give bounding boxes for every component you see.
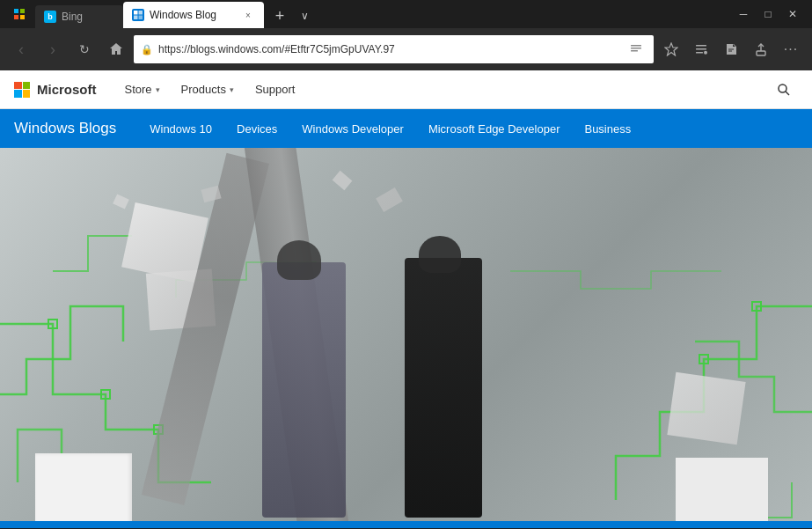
tab-bing-label: Bing (62, 11, 83, 23)
back-button[interactable]: ‹ (7, 35, 35, 63)
svg-line-20 (786, 92, 789, 95)
ms-logo-grid (14, 82, 30, 98)
windows-blog-favicon (132, 9, 144, 21)
svg-rect-13 (696, 48, 706, 50)
svg-marker-11 (665, 43, 677, 55)
nav-business[interactable]: Business (572, 109, 643, 148)
tab-overflow-button[interactable]: ∨ (292, 4, 317, 28)
url-display: https://blogs.windows.com/#Etftr7C5jmGpU… (158, 43, 620, 55)
svg-rect-12 (696, 45, 706, 47)
svg-rect-3 (20, 15, 25, 19)
svg-point-15 (704, 51, 707, 55)
svg-rect-1 (20, 9, 25, 13)
products-chevron: ▾ (230, 85, 234, 94)
microsoft-logo[interactable]: Microsoft (14, 82, 97, 98)
share-button[interactable] (747, 35, 775, 63)
nav-windows10[interactable]: Windows 10 (137, 109, 224, 148)
hero-image (0, 148, 812, 528)
windows-developer-label: Windows Developer (302, 122, 404, 136)
favorites-button[interactable] (657, 35, 685, 63)
pedestal-right (676, 458, 768, 528)
svg-rect-4 (134, 11, 138, 15)
microsoft-nav: Microsoft Store ▾ Products ▾ Support (0, 70, 812, 109)
pedestal-left (35, 453, 132, 528)
search-button[interactable] (770, 76, 798, 104)
blogs-title[interactable]: Windows Blogs (14, 120, 116, 137)
more-button[interactable]: ··· (777, 35, 805, 63)
new-tab-button[interactable]: + (267, 4, 292, 28)
svg-rect-14 (696, 52, 703, 54)
hub-button[interactable] (687, 35, 715, 63)
tab-windows-blog-label: Windows Blog (150, 9, 216, 21)
address-field[interactable]: 🔒 https://blogs.windows.com/#Etftr7C5jmG… (134, 35, 654, 63)
address-bar-row: ‹ › ↻ 🔒 https://blogs.windows.com/#Etftr… (0, 28, 812, 70)
nav-windows-developer[interactable]: Windows Developer (289, 109, 416, 148)
svg-rect-6 (134, 16, 138, 20)
bing-favicon: b (44, 11, 56, 23)
windows-blogs-nav: Windows Blogs Windows 10 Devices Windows… (0, 109, 812, 148)
home-button[interactable] (102, 35, 130, 63)
tab-bar: b Bing Windows Blog × + ∨ (35, 0, 721, 28)
person-right (405, 258, 482, 518)
support-label: Support (255, 83, 296, 96)
person-left (262, 262, 346, 518)
nav-products[interactable]: Products ▾ (171, 70, 245, 109)
svg-rect-7 (139, 16, 143, 20)
svg-rect-9 (631, 48, 641, 49)
toolbar-buttons: ··· (657, 35, 805, 63)
window-icon (7, 2, 32, 26)
tab-windows-blog[interactable]: Windows Blog × (123, 2, 264, 28)
svg-rect-18 (757, 51, 765, 55)
microsoft-logo-text: Microsoft (37, 82, 97, 97)
title-bar: b Bing Windows Blog × + ∨ (0, 0, 812, 28)
nav-devices[interactable]: Devices (224, 109, 289, 148)
windows10-label: Windows 10 (150, 122, 212, 136)
address-actions (625, 39, 647, 60)
minimize-button[interactable]: ─ (731, 2, 756, 26)
forward-button[interactable]: › (39, 35, 67, 63)
nav-store[interactable]: Store ▾ (114, 70, 171, 109)
svg-rect-10 (631, 50, 638, 52)
person-left-head (277, 240, 321, 280)
tab-bing[interactable]: b Bing (35, 5, 123, 28)
close-button[interactable]: ✕ (780, 2, 805, 26)
block-right (667, 372, 745, 445)
svg-rect-2 (14, 15, 18, 19)
tab-close-btn[interactable]: × (241, 8, 255, 22)
maximize-button[interactable]: □ (756, 2, 780, 26)
person-right-head (419, 236, 461, 273)
svg-rect-8 (631, 45, 641, 47)
business-label: Business (584, 122, 631, 136)
svg-point-19 (779, 84, 786, 92)
products-label: Products (181, 83, 226, 96)
make-note-button[interactable] (717, 35, 745, 63)
store-chevron: ▾ (156, 85, 160, 94)
hero-bottom-bar (0, 521, 812, 528)
nav-edge-developer[interactable]: Microsoft Edge Developer (416, 109, 573, 148)
lock-icon: 🔒 (141, 44, 153, 55)
nav-support[interactable]: Support (245, 70, 306, 109)
svg-rect-5 (139, 11, 143, 15)
edge-developer-label: Microsoft Edge Developer (428, 122, 560, 136)
svg-rect-0 (14, 9, 18, 13)
devices-label: Devices (237, 122, 277, 136)
store-label: Store (125, 83, 152, 96)
reader-mode-icon[interactable] (625, 39, 647, 60)
refresh-button[interactable]: ↻ (70, 35, 99, 63)
